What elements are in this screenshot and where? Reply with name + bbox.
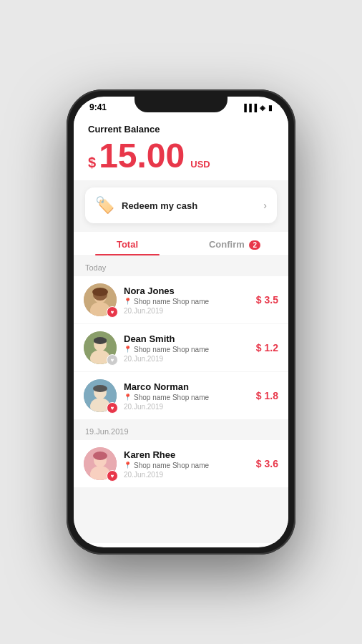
- section-date-today: Today: [74, 256, 288, 276]
- transaction-info-nora: Nora Jones 📍 Shop name Shop name 20.Jun.…: [124, 286, 249, 315]
- transaction-amount-dean: $ 1.2: [256, 342, 278, 353]
- section-date-19jun: 19.Jun.2019: [74, 420, 288, 440]
- svg-point-4: [92, 288, 108, 296]
- redeem-text: Redeem my cash: [122, 200, 197, 211]
- transaction-info-karen: Karen Rhee 📍 Shop name Shop name 20.Jun.…: [124, 449, 249, 479]
- app-content: Current Balance $ 15.00 USD 🏷️ Redeem my…: [74, 115, 288, 543]
- transaction-name-dean: Dean Smith: [124, 333, 249, 344]
- transaction-item[interactable]: ♥ Nora Jones 📍 Shop name Shop name 20.Ju…: [74, 276, 288, 323]
- tabs-bar: Total Confirm 2: [74, 232, 288, 256]
- transaction-amount-marco: $ 1.8: [256, 390, 278, 401]
- avatar-wrap-marco: ♥: [84, 379, 117, 412]
- transaction-name-nora: Nora Jones: [124, 286, 249, 296]
- location-icon: 📍: [124, 462, 132, 469]
- status-icons: ▐▐▐ ◈ ▮: [242, 104, 273, 112]
- transaction-item[interactable]: ♥ Marco Norman 📍 Shop name Shop name 20.…: [74, 372, 288, 419]
- transaction-date-dean: 20.Jun.2019: [124, 355, 249, 363]
- transaction-date-nora: 20.Jun.2019: [124, 307, 249, 315]
- balance-label: Current Balance: [88, 124, 274, 135]
- wifi-icon: ◈: [260, 104, 265, 112]
- tab-confirm-label: Confirm: [209, 239, 245, 250]
- avatar-wrap-karen: ♥: [84, 447, 117, 480]
- redeem-icon: 🏷️: [95, 196, 114, 215]
- confirm-badge: 2: [249, 240, 260, 250]
- transaction-name-karen: Karen Rhee: [124, 449, 249, 460]
- svg-point-17: [93, 452, 107, 460]
- location-icon: 📍: [124, 394, 132, 401]
- location-icon: 📍: [124, 298, 132, 305]
- dollar-sign: $: [88, 155, 96, 171]
- transaction-item[interactable]: ♥ Dean Smith 📍 Shop name Shop name 20.Ju…: [74, 324, 288, 371]
- phone-frame: 9:41 ▐▐▐ ◈ ▮ Current Balance $ 15.00 USD: [67, 89, 295, 555]
- location-icon: 📍: [124, 346, 132, 353]
- transaction-amount-nora: $ 3.5: [256, 294, 278, 306]
- signal-icon: ▐▐▐: [242, 104, 257, 112]
- heart-badge-karen: ♥: [107, 470, 118, 482]
- notch: [134, 97, 228, 112]
- transaction-amount-karen: $ 3.6: [256, 458, 278, 469]
- avatar-wrap-dean: ♥: [84, 331, 117, 364]
- svg-point-9: [94, 337, 107, 344]
- balance-row: $ 15.00 USD: [88, 139, 274, 173]
- redeem-card[interactable]: 🏷️ Redeem my cash ›: [85, 187, 277, 223]
- heart-badge-marco: ♥: [107, 402, 118, 414]
- phone-screen: 9:41 ▐▐▐ ◈ ▮ Current Balance $ 15.00 USD: [74, 97, 288, 547]
- transaction-shop-nora: 📍 Shop name Shop name: [124, 298, 249, 306]
- heart-badge-dean: ♥: [107, 354, 118, 366]
- redeem-chevron-icon: ›: [263, 200, 267, 211]
- status-time: 9:41: [89, 102, 107, 112]
- transaction-date-karen: 20.Jun.2019: [124, 471, 249, 479]
- transaction-info-marco: Marco Norman 📍 Shop name Shop name 20.Ju…: [124, 381, 249, 411]
- heart-badge-nora: ♥: [107, 306, 118, 318]
- currency-label: USD: [190, 159, 210, 170]
- transaction-date-marco: 20.Jun.2019: [124, 403, 249, 411]
- transaction-item[interactable]: ♥ Karen Rhee 📍 Shop name Shop name 20.Ju…: [74, 440, 288, 487]
- transaction-info-dean: Dean Smith 📍 Shop name Shop name 20.Jun.…: [124, 333, 249, 363]
- battery-icon: ▮: [268, 104, 273, 112]
- transaction-name-marco: Marco Norman: [124, 381, 249, 392]
- svg-point-13: [93, 385, 107, 392]
- transaction-shop-marco: 📍 Shop name Shop name: [124, 394, 249, 401]
- tab-total[interactable]: Total: [74, 232, 181, 255]
- avatar-wrap-nora: ♥: [84, 283, 117, 316]
- header-section: Current Balance $ 15.00 USD: [74, 115, 288, 180]
- transaction-shop-dean: 📍 Shop name Shop name: [124, 346, 249, 353]
- tab-total-label: Total: [117, 239, 138, 250]
- transaction-shop-karen: 📍 Shop name Shop name: [124, 462, 249, 469]
- tab-confirm[interactable]: Confirm 2: [181, 232, 288, 255]
- balance-amount: 15.00: [99, 139, 185, 173]
